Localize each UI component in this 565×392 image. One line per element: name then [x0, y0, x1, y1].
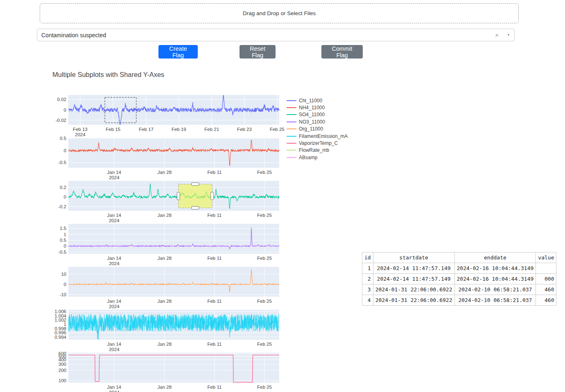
- table-cell: 2024-02-10 06:58:21.037: [454, 295, 536, 306]
- legend-line-swatch: [287, 114, 296, 115]
- create-flag-button[interactable]: Create Flag: [158, 45, 198, 59]
- upload-label: Drag and Drop or Select Files: [243, 10, 316, 16]
- svg-text:-0.02: -0.02: [56, 118, 66, 123]
- svg-text:Jan 28: Jan 28: [158, 256, 172, 261]
- svg-text:Jan 14: Jan 14: [107, 170, 121, 175]
- flags-table: idstartdateenddatevalue 12024-02-14 11:4…: [362, 252, 556, 306]
- selection-handle-bottom[interactable]: [192, 207, 199, 210]
- table-header-row: idstartdateenddatevalue: [362, 252, 556, 263]
- table-cell: 1: [362, 263, 373, 274]
- selection-handle-top[interactable]: [192, 183, 199, 186]
- table-header-startdate: startdate: [373, 252, 454, 263]
- svg-text:2024: 2024: [109, 390, 120, 392]
- legend-item-vaporizertemp_c[interactable]: VaporizerTemp_C: [287, 140, 348, 146]
- legend-label: VaporizerTemp_C: [299, 140, 338, 146]
- flag-selection-region[interactable]: [179, 184, 212, 208]
- dropdown-clear-icon[interactable]: ×: [491, 32, 503, 38]
- svg-text:Feb 21: Feb 21: [204, 127, 219, 132]
- flag-type-dropdown[interactable]: Contamination suspected × ▼: [37, 29, 515, 41]
- table-cell: 460: [536, 295, 556, 306]
- svg-text:-0.2: -0.2: [58, 204, 66, 209]
- svg-text:Feb 11: Feb 11: [207, 256, 221, 261]
- subplot-Org_11000[interactable]: Jan 142024Jan 28Feb 11Feb 25100-10: [52, 265, 279, 308]
- legend-item-chl_11000[interactable]: Chl_11000: [287, 97, 348, 104]
- legend-line-swatch: [287, 157, 296, 158]
- table-cell: [536, 263, 556, 274]
- table-cell: 2024-02-10 06:58:21.037: [454, 284, 536, 295]
- svg-text:1.5: 1.5: [60, 226, 66, 231]
- svg-text:200: 200: [59, 368, 66, 373]
- table-cell: 2024-02-14 11:47:57.149: [373, 274, 454, 284]
- reset-flag-button[interactable]: Reset Flag: [240, 45, 276, 59]
- table-cell: 4: [362, 295, 373, 306]
- svg-text:0.994: 0.994: [54, 335, 66, 340]
- table-cell: 2024-02-16 10:04:44.3149: [454, 274, 536, 284]
- svg-text:300: 300: [59, 362, 66, 367]
- commit-flag-button[interactable]: Commit Flag: [321, 45, 363, 59]
- legend-item-no3_11000[interactable]: NO3_11000: [287, 118, 348, 125]
- subplot-NO3_11000[interactable]: Jan 142024Jan 28Feb 11Feb 251.510.50-0.5: [52, 222, 279, 265]
- svg-text:Jan 28: Jan 28: [158, 213, 172, 218]
- legend-item-so4_11000[interactable]: SO4_11000: [287, 111, 348, 118]
- legend-label: Org_11000: [299, 126, 323, 132]
- svg-text:Feb 11: Feb 11: [207, 342, 221, 347]
- legend-label: NH4_11000: [299, 105, 325, 110]
- legend-item-nh4_11000[interactable]: NH4_11000: [287, 104, 348, 111]
- table-row: 22024-02-14 11:47:57.1492024-02-16 10:04…: [362, 274, 556, 284]
- svg-text:Feb 25: Feb 25: [270, 127, 285, 132]
- table-header-id: id: [362, 252, 373, 263]
- legend-label: FilamentEmission_mA: [299, 133, 348, 139]
- legend-item-org_11000[interactable]: Org_11000: [287, 126, 348, 133]
- svg-text:100: 100: [59, 378, 66, 383]
- table-cell: 2: [362, 274, 373, 284]
- svg-text:Jan 14: Jan 14: [107, 256, 121, 261]
- table-cell: 460: [536, 284, 556, 295]
- dropdown-selected-value: Contamination suspected: [41, 32, 491, 38]
- svg-text:Feb 19: Feb 19: [172, 127, 186, 132]
- table-header-enddate: enddate: [454, 252, 536, 263]
- table-row: 42024-01-31 22:06:00.69222024-02-10 06:5…: [362, 295, 556, 306]
- legend-label: SO4_11000: [299, 112, 325, 117]
- legend-label: FlowRate_mb: [299, 147, 329, 153]
- svg-text:Jan 28: Jan 28: [158, 299, 172, 304]
- dropdown-caret-icon[interactable]: ▼: [503, 34, 510, 37]
- legend-label: ABsamp: [299, 155, 317, 160]
- svg-text:0: 0: [64, 282, 66, 287]
- subplot-SO4_11000[interactable]: Jan 142024Jan 28Feb 11Feb 250.20-0.2: [52, 179, 279, 222]
- svg-text:Feb 13: Feb 13: [73, 127, 88, 132]
- svg-text:Feb 25: Feb 25: [257, 299, 272, 304]
- figure-title: Multiple Subplots with Shared Y-Axes: [52, 71, 164, 79]
- svg-text:Feb 25: Feb 25: [257, 213, 272, 218]
- svg-text:Feb 17: Feb 17: [139, 127, 154, 132]
- legend-item-filamentemission_ma[interactable]: FilamentEmission_mA: [287, 133, 348, 140]
- file-upload-dropzone[interactable]: Drag and Drop or Select Files: [40, 3, 519, 23]
- legend-item-absamp[interactable]: ABsamp: [287, 154, 348, 161]
- legend-item-flowrate_mb[interactable]: FlowRate_mb: [287, 147, 348, 154]
- subplot-Chl_11000[interactable]: Feb 132024Feb 15Feb 17Feb 19Feb 21Feb 23…: [52, 93, 279, 136]
- svg-text:Jan 14: Jan 14: [107, 385, 121, 390]
- selection-handle-left[interactable]: [177, 192, 180, 200]
- svg-text:Jan 14: Jan 14: [107, 342, 121, 347]
- svg-text:-0.5: -0.5: [58, 160, 66, 165]
- subplots-column: Feb 132024Feb 15Feb 17Feb 19Feb 21Feb 23…: [52, 93, 461, 392]
- selection-handle-right[interactable]: [211, 192, 214, 200]
- svg-text:Feb 11: Feb 11: [207, 299, 221, 304]
- table-row: 32024-01-31 22:06:00.69222024-02-10 06:5…: [362, 284, 556, 295]
- table-cell: 2024-02-16 10:04:44.3149: [454, 263, 536, 274]
- svg-text:2024: 2024: [109, 261, 120, 266]
- subplot-NH4_11000[interactable]: Jan 142024Jan 28Feb 11Feb 250.50-0.5: [52, 136, 279, 179]
- svg-text:Jan 28: Jan 28: [158, 170, 172, 175]
- app-root: Drag and Drop or Select Files Contaminat…: [0, 0, 565, 392]
- svg-text:Feb 25: Feb 25: [257, 256, 272, 261]
- table-cell: 2024-02-14 11:47:57.149: [373, 263, 454, 274]
- legend-line-swatch: [287, 107, 296, 108]
- table-cell: 2024-01-31 22:06:00.6922: [373, 284, 454, 295]
- svg-text:2024: 2024: [75, 132, 86, 137]
- subplot-VaporizerTemp_C[interactable]: Jan 142024Jan 28Feb 11Feb 25600500400300…: [52, 351, 279, 392]
- svg-text:0.2: 0.2: [60, 185, 66, 190]
- svg-text:Feb 25: Feb 25: [257, 342, 272, 347]
- chart-legend: Chl_11000NH4_11000SO4_11000NO3_11000Org_…: [287, 97, 348, 161]
- svg-text:0.5: 0.5: [60, 136, 66, 141]
- subplot-FilamentEmission_mA[interactable]: Jan 142024Jan 28Feb 11Feb 251.0061.0041.…: [52, 308, 279, 351]
- svg-text:Feb 11: Feb 11: [207, 170, 221, 175]
